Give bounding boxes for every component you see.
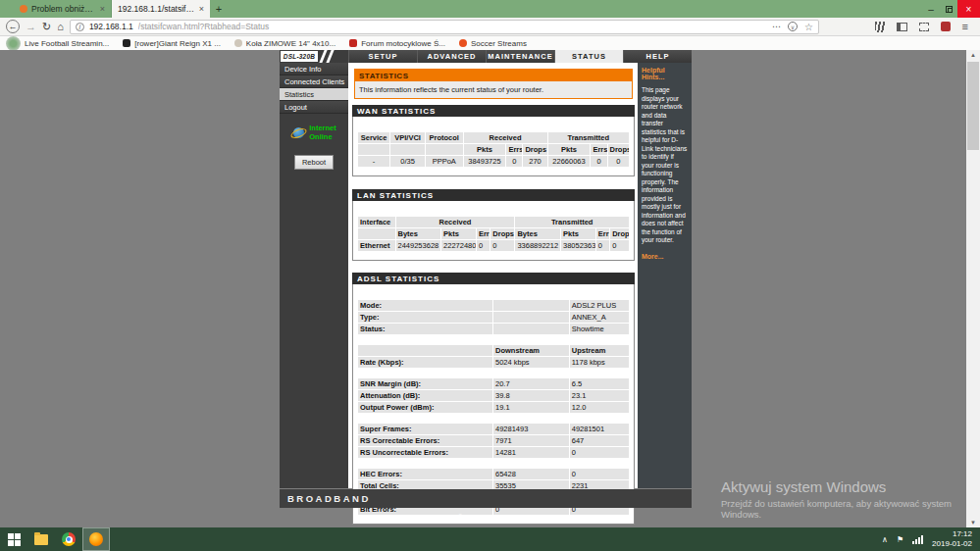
table-cell: 647: [570, 435, 629, 446]
table-cell: [358, 345, 492, 356]
site-info-icon[interactable]: i: [76, 23, 84, 31]
wan-table: Service VPI/VCI Protocol Received Transm…: [357, 131, 630, 168]
table-cell: PPPoA: [426, 156, 463, 167]
bookmark-label: Soccer Streams: [471, 39, 527, 48]
table-row: DownstreamUpstream: [358, 345, 629, 356]
pocket-icon[interactable]: ∨: [788, 22, 798, 31]
table-cell: 22660063: [548, 156, 591, 167]
bookmark-label: Live Football Streamin...: [25, 39, 109, 48]
bookmark-item[interactable]: Forum motocyklowe Ś...: [349, 39, 445, 48]
table-row: RS Uncorrectable Errors:142810: [358, 447, 629, 458]
bookmark-item[interactable]: [rower]Giant Reign X1 ...: [123, 39, 221, 48]
col-header: Pkts: [464, 144, 506, 155]
close-button[interactable]: ×: [957, 0, 980, 18]
table-cell: 7971: [493, 435, 569, 446]
page-actions-icon[interactable]: ⋯: [772, 22, 781, 31]
wan-statistics-body: Service VPI/VCI Protocol Received Transm…: [352, 117, 635, 176]
tray-expand-icon[interactable]: ∧: [882, 535, 888, 544]
table-cell: [358, 414, 492, 423]
chrome-icon: [62, 532, 76, 546]
table-cell: 23.1: [570, 390, 629, 401]
col-header: [390, 144, 425, 155]
restore-icon: [946, 6, 953, 13]
page-title: STATISTICS: [355, 70, 632, 81]
bookmark-item[interactable]: Soccer Streams: [459, 39, 527, 48]
chrome-button[interactable]: [55, 527, 82, 551]
tab-close-icon[interactable]: ×: [100, 4, 105, 14]
new-tab-button[interactable]: +: [210, 0, 228, 18]
table-cell: 49281501: [570, 424, 629, 434]
network-icon[interactable]: [912, 535, 923, 544]
table-cell: Ethernet: [358, 240, 395, 251]
table-row: Output Power (dBm):19.112.0: [358, 402, 629, 413]
back-icon[interactable]: ←: [6, 20, 20, 33]
sidebar-item-statistics[interactable]: Statistics: [280, 88, 348, 101]
file-explorer-button[interactable]: [27, 527, 55, 551]
tab-maintenance[interactable]: MAINTENANCE: [486, 50, 554, 63]
screenshot-icon[interactable]: [919, 23, 929, 31]
reboot-button[interactable]: Reboot: [294, 155, 334, 170]
url-bar[interactable]: i 192.168.1.1 /statsifcwan.html?Rtabhead…: [70, 20, 819, 34]
page-scrollbar[interactable]: ▲ ▼: [966, 50, 980, 527]
tab-favicon-icon: [20, 5, 27, 13]
browser-tab-forum[interactable]: Problem obniżonej prędkości i ×: [14, 0, 112, 18]
col-header: Drops: [490, 228, 514, 239]
logo-stripe: [326, 50, 334, 63]
browser-tab-router[interactable]: 192.168.1.1/statsifcwan.html?Rtabh ×: [112, 0, 210, 18]
bookmark-item[interactable]: Koła ZIMOWE 14" 4x10...: [234, 39, 335, 48]
col-header: Pkts: [561, 228, 595, 239]
reload-icon[interactable]: ↻: [42, 22, 51, 32]
action-center-flag-icon[interactable]: ⚑: [897, 535, 903, 544]
folder-icon: [34, 534, 48, 545]
bookmark-item[interactable]: Live Football Streamin...: [6, 36, 109, 51]
more-link[interactable]: More...: [642, 253, 688, 260]
router-sidebar: Device Info Connected Clients Statistics…: [280, 63, 348, 488]
col-header: Pkts: [441, 228, 476, 239]
col-header: Service: [358, 132, 389, 143]
taskbar-clock[interactable]: 17:12 2019-01-02: [932, 529, 972, 549]
scroll-up-icon[interactable]: ▲: [966, 50, 980, 60]
home-icon[interactable]: ⌂: [57, 22, 64, 32]
table-cell: 0: [608, 156, 629, 167]
table-cell: 49281493: [493, 424, 569, 434]
table-row: -0/35PPPoA3849372502702266006300: [358, 156, 629, 167]
table-cell: [493, 312, 569, 323]
tab-close-icon[interactable]: ×: [199, 4, 204, 14]
scrollbar-thumb[interactable]: [967, 62, 979, 150]
scroll-down-icon[interactable]: ▼: [966, 518, 980, 527]
maximize-button[interactable]: [940, 0, 957, 18]
table-row: [358, 414, 629, 423]
table-cell: 0: [570, 469, 629, 479]
table-cell: [493, 300, 569, 311]
helpful-hints-panel: Helpful Hints... This page displays your…: [638, 63, 692, 488]
minimize-button[interactable]: –: [922, 0, 940, 18]
table-cell: [493, 459, 569, 468]
sidebar-item-device-info[interactable]: Device Info: [280, 63, 348, 75]
extension-icon[interactable]: [941, 22, 951, 31]
table-cell: RS Correctable Errors:: [358, 435, 492, 446]
table-row: SNR Margin (dB):20.76.5: [358, 378, 629, 389]
firefox-button[interactable]: [82, 527, 110, 551]
col-header: Received: [464, 132, 547, 143]
table-cell: [570, 369, 629, 377]
bookmark-favicon-icon: [123, 39, 130, 47]
table-row: HEC Errors:654280: [358, 469, 629, 479]
start-button[interactable]: [0, 527, 27, 551]
lan-table: Interface Received Transmitted Bytes Pkt…: [357, 216, 630, 252]
table-cell: [493, 324, 569, 334]
menu-icon[interactable]: ≡: [962, 21, 968, 32]
tab-advanced[interactable]: ADVANCED: [417, 50, 486, 63]
tab-help[interactable]: HELP: [623, 50, 692, 63]
tab-status[interactable]: STATUS: [554, 50, 623, 63]
table-row: Pkts Errs Drops Pkts Errs Drops: [358, 144, 629, 155]
sidebar-toggle-icon[interactable]: [897, 23, 907, 31]
table-cell: 65428: [493, 469, 569, 479]
library-icon[interactable]: [875, 22, 885, 32]
screen: Problem obniżonej prędkości i × 192.168.…: [0, 0, 980, 551]
router-main: STATISTICS This information reflects the…: [351, 63, 636, 488]
sidebar-item-connected-clients[interactable]: Connected Clients: [280, 75, 348, 88]
tab-setup[interactable]: SETUP: [348, 50, 417, 63]
bookmark-star-icon[interactable]: ☆: [804, 22, 813, 32]
forward-icon[interactable]: →: [26, 22, 36, 32]
sidebar-item-logout[interactable]: Logout: [280, 101, 348, 114]
